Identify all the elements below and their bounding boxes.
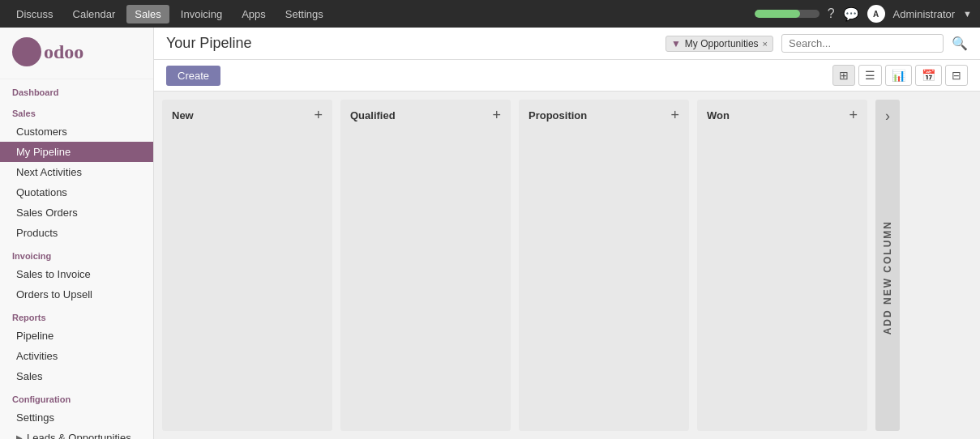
sidebar-section-reports: Reports [0,305,153,326]
logo-text: odoo [44,41,83,63]
nav-discuss[interactable]: Discuss [8,5,62,23]
sidebar-item-leads[interactable]: ▶ Leads & Opportunities [0,428,153,439]
filter-icon: ▼ [671,38,681,49]
sidebar-item-my-pipeline[interactable]: My Pipeline [0,142,153,162]
sidebar-item-sales-orders[interactable]: Sales Orders [0,202,153,223]
filter-tag: ▼ My Opportunities × [665,36,773,52]
sidebar-section-configuration: Configuration [0,386,153,407]
sidebar-item-activities[interactable]: Activities [0,346,153,366]
filter-label: My Opportunities [685,38,759,49]
kanban-board: New + Qualified + Proposition + [154,92,980,439]
sidebar-item-settings[interactable]: Settings [0,407,153,428]
calendar-view-button[interactable]: 📅 [915,65,942,86]
page-title: Your Pipeline [166,35,251,52]
kanban-col-won-title: Won [707,109,730,121]
list-view-button[interactable]: ☰ [858,65,882,86]
kanban-col-new-header: New + [162,100,332,130]
progress-bar [755,10,820,18]
kanban-col-qualified-title: Qualified [350,109,396,121]
chevron-right-icon: › [885,108,890,125]
kanban-col-proposition-title: Proposition [529,109,587,121]
kanban-col-won-header: Won + [697,100,867,130]
search-input[interactable] [781,34,944,53]
add-column-label: ADD NEW COLUMN [882,220,893,335]
nav-settings[interactable]: Settings [277,5,332,23]
nav-right: ? 💬 A Administrator ▼ [755,5,972,23]
kanban-col-qualified-add-button[interactable]: + [492,108,501,122]
kanban-view-button[interactable]: ⊞ [832,65,855,86]
sidebar: odoo Dashboard Sales Customers My Pipeli… [0,28,154,439]
sidebar-item-orders-to-upsell[interactable]: Orders to Upsell [0,284,153,305]
kanban-col-qualified-header: Qualified + [340,100,511,130]
sidebar-section-sales: Sales [0,100,153,121]
kanban-col-new-body [162,130,332,431]
kanban-col-new-title: New [172,109,194,121]
nav-invoicing[interactable]: Invoicing [173,5,230,23]
kanban-col-won: Won + [697,100,867,431]
admin-label[interactable]: Administrator [893,8,956,20]
content-header: Your Pipeline ▼ My Opportunities × 🔍 [154,28,980,60]
top-nav: Discuss Calendar Sales Invoicing Apps Se… [0,0,980,28]
sidebar-item-customers[interactable]: Customers [0,121,153,142]
sidebar-section-dashboard: Dashboard [0,79,153,100]
logo-circle [12,37,41,66]
kanban-col-proposition-body [519,130,689,431]
main-area: odoo Dashboard Sales Customers My Pipeli… [0,28,980,439]
nav-apps[interactable]: Apps [233,5,274,23]
content: Your Pipeline ▼ My Opportunities × 🔍 Cre… [154,28,980,439]
kanban-col-proposition-header: Proposition + [519,100,689,130]
sidebar-item-pipeline[interactable]: Pipeline [0,326,153,346]
nav-calendar[interactable]: Calendar [65,5,124,23]
sidebar-section-invoicing: Invoicing [0,243,153,264]
sidebar-item-next-activities[interactable]: Next Activities [0,162,153,182]
nav-sales[interactable]: Sales [126,5,169,23]
nav-items: Discuss Calendar Sales Invoicing Apps Se… [8,5,332,23]
kanban-col-won-add-button[interactable]: + [849,108,858,122]
view-toolbar: Create ⊞ ☰ 📊 📅 ⊟ [154,60,980,92]
kanban-col-qualified-body [340,130,511,431]
admin-chevron[interactable]: ▼ [963,9,972,19]
progress-fill [755,10,800,18]
sidebar-item-sales-to-invoice[interactable]: Sales to Invoice [0,264,153,284]
kanban-col-new: New + [162,100,332,431]
sidebar-item-sales[interactable]: Sales [0,366,153,386]
kanban-col-proposition-add-button[interactable]: + [670,108,679,122]
search-button[interactable]: 🔍 [952,36,968,51]
avatar: A [867,5,885,23]
help-icon[interactable]: ? [828,6,835,21]
add-column-panel[interactable]: › ADD NEW COLUMN [875,100,900,431]
filter-remove-button[interactable]: × [763,39,768,49]
create-button[interactable]: Create [166,66,220,86]
table-view-button[interactable]: ⊟ [945,65,968,86]
sidebar-item-products[interactable]: Products [0,223,153,243]
kanban-col-proposition: Proposition + [519,100,689,431]
logo-area: odoo [0,28,153,79]
kanban-col-new-add-button[interactable]: + [314,108,323,122]
chat-icon[interactable]: 💬 [843,6,859,22]
sidebar-item-quotations[interactable]: Quotations [0,182,153,202]
kanban-col-qualified: Qualified + [340,100,511,431]
kanban-col-won-body [697,130,867,431]
sidebar-item-leads-label: Leads & Opportunities [27,432,131,439]
leads-arrow-icon: ▶ [16,433,23,439]
chart-view-button[interactable]: 📊 [885,65,912,86]
